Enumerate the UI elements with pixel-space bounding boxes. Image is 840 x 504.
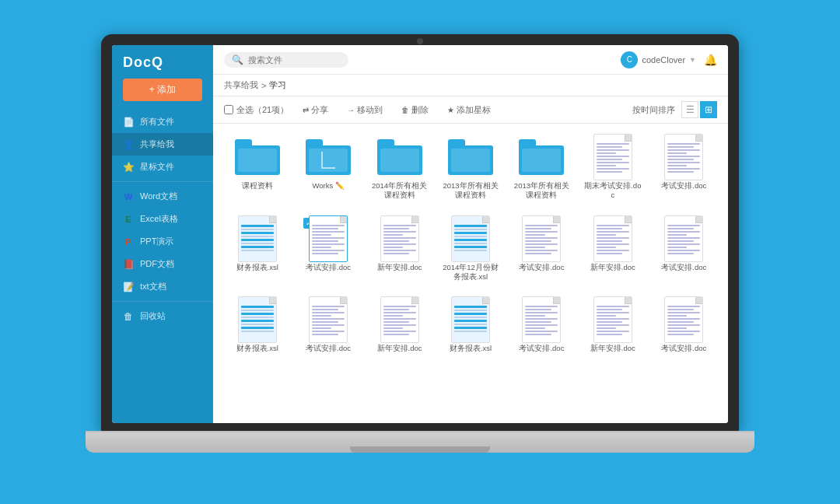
folder-thumb [233,136,282,178]
main-content: 🔍 C codeClover ▼ 🔔 共享给我 [213,45,728,423]
breadcrumb-root[interactable]: 共享给我 [224,79,258,91]
list-item[interactable]: ✓ [295,213,361,287]
file-name: 2013年所有相关课程资料 [512,181,572,201]
doc-thumb-container [375,218,425,260]
grid-view-button[interactable]: ⊞ [700,101,717,118]
search-input[interactable] [248,55,341,65]
list-item[interactable]: 2014年所有相关课程资料 [366,131,432,205]
list-item[interactable]: 考试安排.doc [509,213,575,287]
doc-icon [380,215,419,262]
list-item[interactable]: 财务报表.xsl [224,213,290,287]
laptop-base [86,431,754,453]
file-name: 新年安排.doc [590,344,635,353]
sidebar-item-ppt[interactable]: P PPT演示 [112,230,213,253]
list-item[interactable]: 考试安排.doc [651,294,717,358]
list-item[interactable]: 2014年12月份财务报表.xsl [437,213,503,287]
file-name: Works ✏️ [312,181,344,191]
doc-thumb-container [588,299,638,341]
list-item[interactable]: Works ✏️ [295,131,361,205]
doc-icon [522,215,561,262]
doc-thumb-container [516,218,566,260]
pdf-icon: 📕 [123,259,134,270]
sidebar: DocQ + 添加 📄 所有文件 👤 共享给我 ⭐ 星标文件 W Wo [112,45,213,423]
share-action[interactable]: ⇄ 分享 [298,103,333,117]
list-item[interactable]: 课程资料 [224,131,290,205]
search-icon: 🔍 [232,54,243,65]
breadcrumb: 共享给我 > 学习 [213,75,728,96]
chevron-down-icon: ▼ [689,56,696,64]
user-info[interactable]: C codeClover ▼ [621,51,696,68]
search-box[interactable]: 🔍 [224,52,348,68]
sidebar-item-excel[interactable]: E Excel表格 [112,208,213,230]
file-name: 考试安排.doc [519,344,564,353]
bell-icon[interactable]: 🔔 [704,54,717,66]
file-name: 考试安排.doc [661,263,706,272]
select-all-input[interactable] [224,105,233,114]
avatar: C [621,51,638,68]
sidebar-item-starred[interactable]: ⭐ 星标文件 [112,156,213,178]
file-name: 财务报表.xsl [236,263,278,272]
list-item[interactable]: 考试安排.doc [651,213,717,287]
add-button[interactable]: + 添加 [123,79,202,101]
excel-icon: E [123,214,134,225]
doc-thumb-container [588,136,638,178]
xsl-icon [451,215,490,262]
list-item[interactable]: 新年安排.doc [579,294,646,358]
folder-icon [306,139,351,175]
doc-icon [309,215,348,262]
sidebar-item-all-files[interactable]: 📄 所有文件 [112,110,213,133]
select-all-checkbox[interactable]: 全选（21项） [224,104,289,116]
list-item[interactable]: 考试安排.doc [295,294,361,358]
doc-thumb-container [659,218,709,260]
ppt-icon: P [123,236,134,247]
folder-icon [235,139,280,175]
doc-icon [309,296,348,343]
sidebar-item-trash[interactable]: 🗑 回收站 [112,305,213,327]
list-item[interactable]: 考试安排.doc [509,294,575,358]
add-star-icon: ★ [447,106,454,114]
sidebar-label-trash: 回收站 [140,310,166,322]
list-item[interactable]: 考试安排.doc [651,131,717,205]
list-item[interactable]: 财务报表.xsl [437,294,503,358]
sidebar-item-pdf[interactable]: 📕 PDF文档 [112,253,213,275]
trash-icon: 🗑 [123,311,134,322]
laptop-shell: DocQ + 添加 📄 所有文件 👤 共享给我 ⭐ 星标文件 W Wo [86,34,754,470]
sort-label[interactable]: 按时间排序 [632,104,675,116]
camera [417,38,423,44]
star-icon: ⭐ [123,162,134,173]
doc-icon [664,134,703,180]
view-toggle: ☰ ⊞ [681,101,717,118]
sidebar-item-word[interactable]: W Word文档 [112,185,213,208]
doc-thumb-container [446,299,495,341]
list-item[interactable]: 新年安排.doc [366,213,432,287]
doc-thumb-container [516,299,566,341]
list-item[interactable]: 新年安排.doc [366,294,432,358]
sidebar-item-txt[interactable]: 📝 txt文档 [112,275,213,298]
file-name: 期末考试安排.doc [583,181,642,201]
doc-icon [664,215,703,262]
folder-icon [519,139,564,175]
doc-thumb-container [233,299,282,341]
move-action[interactable]: → 移动到 [342,103,387,117]
app-logo: DocQ [112,45,213,79]
file-name: 课程资料 [242,181,273,191]
list-item[interactable]: 2013年所有相关课程资料 [509,131,575,205]
list-item[interactable]: 2013年所有相关课程资料 [437,131,503,205]
list-item[interactable]: 新年安排.doc [579,213,646,287]
list-item[interactable]: 期末考试安排.doc [579,131,646,205]
sidebar-label-all-files: 所有文件 [140,116,174,128]
doc-thumb-container: ✓ [303,218,353,260]
doc-icon [664,296,703,343]
doc-icon [593,296,632,343]
list-view-button[interactable]: ☰ [681,101,698,118]
divider-1 [112,181,213,182]
list-item[interactable]: 财务报表.xsl [224,294,290,358]
sidebar-item-shared[interactable]: 👤 共享给我 [112,133,213,156]
delete-action[interactable]: 🗑 删除 [397,103,433,117]
toolbar-left: 全选（21项） ⇄ 分享 → 移动到 🗑 删除 [224,103,495,117]
file-area: 课程资料 Works ✏️ [213,124,728,423]
toolbar: 全选（21项） ⇄ 分享 → 移动到 🗑 删除 [213,96,728,124]
file-name: 新年安排.doc [590,263,635,272]
star-action[interactable]: ★ 添加星标 [443,103,495,117]
word-icon: W [123,191,134,202]
